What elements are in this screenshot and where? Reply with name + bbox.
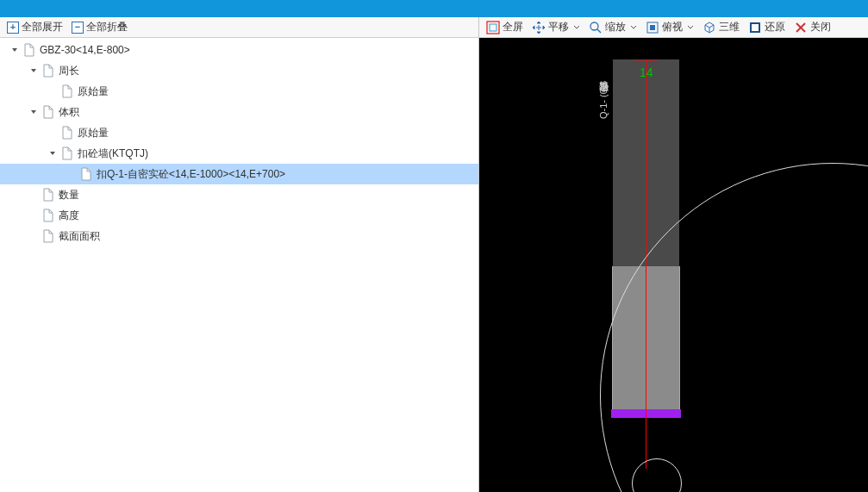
look-at-button[interactable]: 俯视 bbox=[642, 19, 697, 35]
chevron-down-icon bbox=[687, 22, 694, 34]
tree-node-tiji[interactable]: 体积 bbox=[0, 102, 478, 122]
zoom-button[interactable]: 缩放 bbox=[585, 19, 640, 35]
zoom-label: 缩放 bbox=[605, 20, 626, 34]
file-icon bbox=[60, 146, 74, 160]
right-panel: 全屏 平移 缩放 bbox=[479, 17, 868, 492]
viewport-3d[interactable]: 14 Q-1-自密实砼 (0.3 bbox=[479, 38, 868, 492]
collapse-icon[interactable] bbox=[45, 146, 60, 161]
look-at-label: 俯视 bbox=[662, 20, 683, 34]
chevron-down-icon bbox=[573, 22, 580, 34]
fullscreen-label: 全屏 bbox=[503, 20, 523, 34]
file-icon bbox=[41, 188, 55, 202]
collapse-icon[interactable] bbox=[26, 104, 41, 120]
three-d-label: 三维 bbox=[719, 20, 740, 34]
title-bar bbox=[0, 0, 868, 17]
restore-button[interactable]: 还原 bbox=[745, 19, 789, 35]
svg-rect-1 bbox=[490, 24, 496, 31]
tree-node-ktqtj[interactable]: 扣砼墙(KTQTJ) bbox=[0, 143, 478, 164]
tree-node-gaodu[interactable]: 高度 bbox=[0, 205, 478, 226]
fullscreen-icon bbox=[486, 21, 500, 34]
collapse-icon[interactable] bbox=[26, 63, 41, 78]
tree-view[interactable]: GBZ-30<14,E-800>周长原始量体积原始量扣砼墙(KTQTJ)扣Q-1… bbox=[0, 38, 478, 492]
right-toolbar: 全屏 平移 缩放 bbox=[479, 17, 868, 38]
tree-node-label: 高度 bbox=[59, 209, 79, 223]
look-at-icon bbox=[646, 21, 659, 34]
close-label: 关闭 bbox=[810, 20, 831, 34]
left-toolbar: + 全部展开 − 全部折叠 bbox=[0, 17, 478, 38]
svg-line-3 bbox=[597, 29, 601, 33]
restore-label: 还原 bbox=[765, 20, 785, 34]
svg-rect-5 bbox=[650, 25, 655, 30]
axis-tick bbox=[634, 59, 658, 60]
pan-label: 平移 bbox=[548, 20, 569, 34]
chevron-down-icon bbox=[630, 22, 637, 34]
svg-rect-0 bbox=[487, 22, 499, 34]
file-icon bbox=[79, 167, 93, 181]
file-icon bbox=[41, 64, 55, 78]
left-panel: + 全部展开 − 全部折叠 GBZ-30<14,E-800>周长原始量体积原始量… bbox=[0, 17, 479, 492]
axis-label: 14 bbox=[640, 65, 653, 79]
collapse-all-label: 全部折叠 bbox=[86, 20, 128, 34]
tree-node-label: 数量 bbox=[59, 188, 79, 202]
collapse-icon[interactable] bbox=[7, 42, 22, 58]
file-icon bbox=[41, 229, 55, 243]
tree-node-label: 体积 bbox=[59, 105, 79, 120]
expand-all-label: 全部展开 bbox=[22, 20, 63, 34]
tree-node-label: 周长 bbox=[59, 64, 79, 78]
tree-node-label: 扣砼墙(KTQTJ) bbox=[78, 146, 148, 161]
tree-node-zc-yuanshiliang[interactable]: 原始量 bbox=[0, 81, 478, 102]
zoom-icon bbox=[589, 21, 603, 34]
file-icon bbox=[60, 84, 74, 98]
close-icon bbox=[794, 21, 808, 34]
minus-icon: − bbox=[72, 22, 84, 34]
fullscreen-button[interactable]: 全屏 bbox=[483, 19, 527, 35]
restore-icon bbox=[748, 21, 762, 34]
three-d-button[interactable]: 三维 bbox=[699, 19, 743, 35]
tree-node-leaf-sel[interactable]: 扣Q-1-自密实砼<14,E-1000><14,E+700> bbox=[0, 164, 478, 184]
expand-all-button[interactable]: + 全部展开 bbox=[3, 19, 66, 35]
tree-node-tj-yuanshiliang[interactable]: 原始量 bbox=[0, 122, 478, 143]
close-button[interactable]: 关闭 bbox=[790, 19, 834, 35]
plus-icon: + bbox=[7, 22, 19, 34]
tree-node-root[interactable]: GBZ-30<14,E-800> bbox=[0, 40, 478, 60]
file-icon bbox=[41, 209, 55, 222]
cube-icon bbox=[703, 21, 716, 34]
tree-node-shuliang[interactable]: 数量 bbox=[0, 184, 478, 205]
tree-node-zhouchang[interactable]: 周长 bbox=[0, 60, 478, 81]
file-icon bbox=[41, 105, 55, 119]
tree-node-label: 原始量 bbox=[78, 84, 109, 99]
tree-node-label: 原始量 bbox=[78, 126, 109, 140]
side-label: Q-1-自密实砼 (0.3 bbox=[597, 81, 610, 119]
svg-rect-7 bbox=[752, 24, 759, 31]
svg-point-2 bbox=[590, 22, 598, 30]
file-icon bbox=[60, 126, 74, 140]
tree-node-label: 扣Q-1-自密实砼<14,E-1000><14,E+700> bbox=[97, 167, 285, 182]
tree-node-label: 截面面积 bbox=[59, 229, 100, 244]
tree-node-label: GBZ-30<14,E-800> bbox=[40, 44, 130, 56]
file-icon bbox=[22, 43, 36, 57]
pan-button[interactable]: 平移 bbox=[528, 19, 584, 35]
tree-node-jiemian[interactable]: 截面面积 bbox=[0, 226, 478, 246]
pan-icon bbox=[532, 21, 546, 34]
collapse-all-button[interactable]: − 全部折叠 bbox=[68, 19, 131, 35]
